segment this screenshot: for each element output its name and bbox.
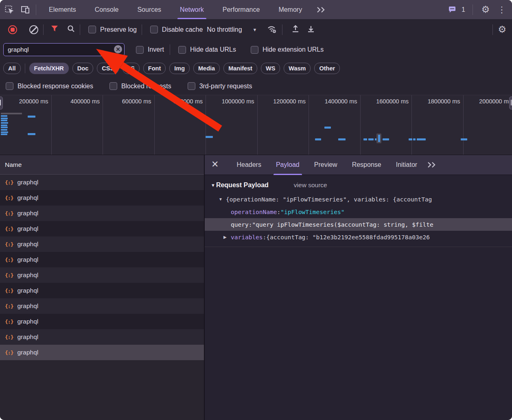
disable-cache-checkbox-group[interactable]: Disable cache xyxy=(150,26,203,33)
hide-data-urls-checkbox[interactable] xyxy=(178,46,186,54)
hide-extension-urls-checkbox[interactable] xyxy=(251,46,258,54)
timeline-left-gripper[interactable] xyxy=(0,96,3,109)
waterfall-bar[interactable] xyxy=(1,118,8,119)
tab-performance[interactable]: Performance xyxy=(222,0,261,19)
waterfall-bar[interactable] xyxy=(1,131,8,133)
waterfall-bar[interactable] xyxy=(1,122,8,124)
type-chip-font[interactable]: Font xyxy=(143,63,166,74)
blocked-cookies-group[interactable]: Blocked response cookies xyxy=(6,82,93,90)
waterfall-bar[interactable] xyxy=(1,120,7,121)
record-network-log-button[interactable] xyxy=(8,25,17,34)
type-chip-js[interactable]: JS xyxy=(123,63,140,74)
preserve-log-checkbox[interactable] xyxy=(88,26,96,33)
hide-extension-urls-group[interactable]: Hide extension URLs xyxy=(251,46,324,54)
waterfall-bar[interactable] xyxy=(28,133,35,135)
type-chip-manifest[interactable]: Manifest xyxy=(223,63,257,74)
request-row[interactable]: {:}graphql xyxy=(0,298,204,314)
request-row[interactable]: {:}graphql xyxy=(0,221,204,236)
invert-checkbox[interactable] xyxy=(136,46,144,54)
waterfall-bar[interactable] xyxy=(1,127,8,128)
export-har-icon[interactable] xyxy=(307,25,315,35)
network-conditions-icon[interactable] xyxy=(267,24,277,35)
collapsed-triangle-icon[interactable]: ▶ xyxy=(223,235,231,239)
payload-tree-row[interactable]: ▼{operationName: "ipFlowTimeseries", var… xyxy=(205,193,512,206)
type-chip-all[interactable]: All xyxy=(3,63,21,74)
detail-tab-headers[interactable]: Headers xyxy=(236,155,261,175)
waterfall-bar[interactable] xyxy=(363,138,367,140)
request-row[interactable]: {:}graphql xyxy=(0,345,204,360)
request-row[interactable]: {:}graphql xyxy=(0,190,204,206)
disable-cache-checkbox[interactable] xyxy=(150,26,158,33)
type-chip-doc[interactable]: Doc xyxy=(72,63,93,74)
waterfall-bar[interactable] xyxy=(413,138,416,140)
expanded-triangle-icon[interactable]: ▼ xyxy=(219,197,226,201)
type-chip-img[interactable]: Img xyxy=(169,63,190,74)
more-panels-button[interactable] xyxy=(315,0,327,19)
waterfall-bar[interactable] xyxy=(409,138,412,140)
close-details-icon[interactable]: ✕ xyxy=(211,159,219,170)
blocked-requests-group[interactable]: Blocked requests xyxy=(109,82,171,90)
section-collapse-triangle-icon[interactable]: ▼ xyxy=(211,183,215,188)
request-row[interactable]: {:}graphql xyxy=(0,236,204,252)
waterfall-bar[interactable] xyxy=(1,133,7,135)
waterfall-bar[interactable] xyxy=(338,138,346,140)
timeline-right-gripper[interactable] xyxy=(509,96,512,109)
network-overview-timeline[interactable]: 200000 ms400000 ms600000 ms800000 ms1000… xyxy=(0,95,512,155)
waterfall-bar[interactable] xyxy=(383,138,389,140)
filter-funnel-icon[interactable] xyxy=(51,26,58,33)
waterfall-bar[interactable] xyxy=(28,116,35,118)
waterfall-bar[interactable] xyxy=(368,138,374,140)
tab-sources[interactable]: Sources xyxy=(136,0,162,19)
waterfall-bar[interactable] xyxy=(315,138,321,140)
waterfall-bar[interactable] xyxy=(324,127,331,129)
waterfall-bar[interactable] xyxy=(1,113,22,114)
search-icon[interactable] xyxy=(67,25,75,34)
preserve-log-checkbox-group[interactable]: Preserve log xyxy=(88,26,137,33)
tab-network[interactable]: Network xyxy=(179,0,205,19)
network-settings-gear-icon[interactable]: ⚙ xyxy=(498,24,506,35)
more-detail-tabs-button[interactable] xyxy=(427,155,437,175)
device-toolbar-icon[interactable] xyxy=(19,3,33,17)
inspect-element-icon[interactable] xyxy=(2,3,16,17)
tab-memory[interactable]: Memory xyxy=(278,0,303,19)
detail-tab-initiator[interactable]: Initiator xyxy=(396,155,417,175)
hide-data-urls-group[interactable]: Hide data URLs xyxy=(178,46,236,54)
detail-tab-payload[interactable]: Payload xyxy=(276,155,300,175)
issues-count[interactable]: 1 xyxy=(462,6,465,13)
request-row[interactable]: {:}graphql xyxy=(0,206,204,221)
request-row[interactable]: {:}graphql xyxy=(0,283,204,298)
waterfall-bar[interactable] xyxy=(378,135,380,142)
third-party-checkbox[interactable] xyxy=(188,82,195,90)
waterfall-bar[interactable] xyxy=(206,136,213,138)
type-chip-media[interactable]: Media xyxy=(193,63,220,74)
request-row[interactable]: {:}graphql xyxy=(0,314,204,329)
blocked-requests-checkbox[interactable] xyxy=(109,82,117,90)
tab-elements[interactable]: Elements xyxy=(48,0,77,19)
filter-input[interactable] xyxy=(4,46,124,53)
waterfall-bar[interactable] xyxy=(1,129,7,131)
waterfall-bar[interactable] xyxy=(1,125,7,126)
invert-checkbox-group[interactable]: Invert xyxy=(136,46,164,54)
request-row[interactable]: {:}graphql xyxy=(0,252,204,267)
type-chip-other[interactable]: Other xyxy=(314,63,340,74)
request-row[interactable]: {:}graphql xyxy=(0,329,204,345)
settings-gear-icon[interactable]: ⚙ xyxy=(479,3,492,17)
issues-bubble-icon[interactable] xyxy=(445,3,459,17)
type-chip-wasm[interactable]: Wasm xyxy=(284,63,311,74)
import-har-icon[interactable] xyxy=(291,25,300,35)
view-source-link[interactable]: view source xyxy=(294,182,327,189)
waterfall-bar[interactable] xyxy=(461,138,467,140)
type-chip-ws[interactable]: WS xyxy=(261,63,280,74)
payload-tree-row[interactable]: query: "query ipFlowTimeseries($accountT… xyxy=(205,218,512,231)
throttling-select[interactable]: No throttling xyxy=(207,26,242,33)
type-chip-fetch-xhr[interactable]: Fetch/XHR xyxy=(29,63,69,74)
tab-console[interactable]: Console xyxy=(94,0,120,19)
name-column-header[interactable]: Name xyxy=(0,155,204,175)
clear-network-log-button[interactable] xyxy=(29,25,38,34)
waterfall-bar[interactable] xyxy=(417,138,426,140)
detail-tab-response[interactable]: Response xyxy=(352,155,381,175)
type-chip-css[interactable]: CSS xyxy=(97,63,119,74)
request-row[interactable]: {:}graphql xyxy=(0,267,204,283)
waterfall-bar[interactable] xyxy=(1,115,7,117)
request-row[interactable]: {:}graphql xyxy=(0,175,204,190)
